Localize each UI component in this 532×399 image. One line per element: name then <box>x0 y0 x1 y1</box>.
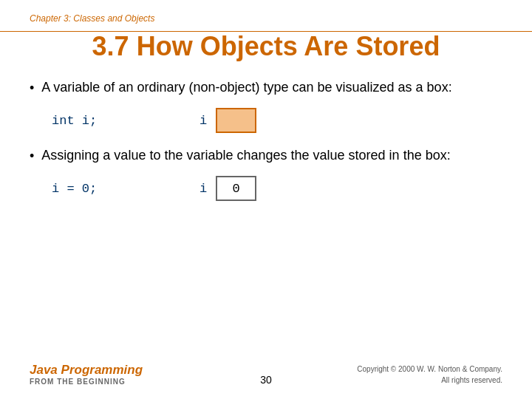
footer-copyright: Copyright © 2000 W. W. Norton & Company.… <box>288 364 502 386</box>
bullet-section-2: • Assigning a value to the variable chan… <box>30 146 502 201</box>
footer-page: 30 <box>244 374 288 386</box>
bullet-content-2: Assigning a value to the variable change… <box>41 146 450 165</box>
box-content-1: 0 <box>233 182 240 196</box>
footer: Java Programming FROM THE BEGINNING 30 C… <box>0 363 532 386</box>
box-empty-1 <box>216 108 256 133</box>
bullet-dot-2: • <box>30 147 34 166</box>
diagram-1: i <box>200 108 256 133</box>
code-text-2: i = 0; <box>52 182 140 196</box>
slide: Chapter 3: Classes and Objects 3.7 How O… <box>0 0 532 399</box>
bullet-text-1: • A variable of an ordinary (non-object)… <box>30 78 502 98</box>
code-row-1: int i; i <box>30 108 502 133</box>
diagram-label-2: i <box>200 182 207 196</box>
code-row-2: i = 0; i 0 <box>30 176 502 201</box>
slide-title: 3.7 How Objects Are Stored <box>30 31 502 62</box>
footer-sub: FROM THE BEGINNING <box>30 378 244 386</box>
bullet-content-1: A variable of an ordinary (non-object) t… <box>41 78 451 97</box>
bullet-dot-1: • <box>30 79 34 98</box>
diagram-label-1: i <box>200 114 207 128</box>
copyright-line-1: Copyright © 2000 W. W. Norton & Company. <box>288 364 502 375</box>
bullet-text-2: • Assigning a value to the variable chan… <box>30 146 502 166</box>
bullet-section-1: • A variable of an ordinary (non-object)… <box>30 78 502 133</box>
chapter-label: Chapter 3: Classes and Objects <box>30 13 502 24</box>
code-text-1: int i; <box>52 114 140 128</box>
footer-brand: Java Programming <box>30 363 244 378</box>
divider-line <box>0 31 532 32</box>
box-value-1: 0 <box>216 176 256 201</box>
footer-left: Java Programming FROM THE BEGINNING <box>30 363 244 386</box>
diagram-2: i 0 <box>200 176 256 201</box>
copyright-line-2: All rights reserved. <box>288 375 502 386</box>
